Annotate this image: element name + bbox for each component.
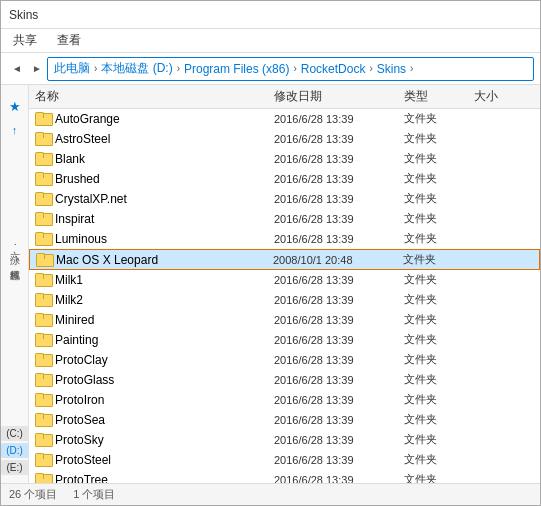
- table-row[interactable]: Painting2016/6/28 13:39文件夹: [29, 330, 540, 350]
- file-date: 2016/6/28 13:39: [274, 294, 404, 306]
- file-name-cell: AutoGrange: [35, 112, 274, 126]
- file-date: 2016/6/28 13:39: [274, 374, 404, 386]
- table-row[interactable]: Milk12016/6/28 13:39文件夹: [29, 270, 540, 290]
- file-name-cell: ProtoIron: [35, 393, 274, 407]
- file-name: ProtoSea: [55, 413, 105, 427]
- table-row[interactable]: AstroSteel2016/6/28 13:39文件夹: [29, 129, 540, 149]
- file-name: AstroSteel: [55, 132, 110, 146]
- table-row[interactable]: ProtoTree2016/6/28 13:39文件夹: [29, 470, 540, 483]
- folder-icon: [35, 293, 51, 307]
- file-type: 文件夹: [404, 432, 474, 447]
- drive-d[interactable]: (D:): [1, 443, 29, 458]
- status-item-count: 26 个项目: [9, 487, 57, 502]
- file-name: ProtoClay: [55, 353, 108, 367]
- menu-view[interactable]: 查看: [53, 30, 85, 51]
- drive-e[interactable]: (E:): [1, 460, 29, 475]
- menu-share[interactable]: 共享: [9, 30, 41, 51]
- file-name-cell: ProtoClay: [35, 353, 274, 367]
- file-list[interactable]: 名称 修改日期 类型 大小 AutoGrange2016/6/28 13:39文…: [29, 85, 540, 483]
- folder-icon: [36, 253, 52, 267]
- folder-icon: [35, 473, 51, 484]
- drive-c[interactable]: (C:): [1, 426, 29, 441]
- left-panel: ★ ↑ 六·泳 绒料库 (C:) (D:) (E:): [1, 85, 29, 483]
- file-name-cell: CrystalXP.net: [35, 192, 274, 206]
- nav-back-button[interactable]: ◄: [7, 59, 27, 79]
- file-type: 文件夹: [404, 111, 474, 126]
- breadcrumb-d[interactable]: 本地磁盘 (D:): [101, 60, 172, 77]
- side-icons: ★ ↑: [6, 89, 24, 139]
- table-row[interactable]: ProtoSea2016/6/28 13:39文件夹: [29, 410, 540, 430]
- file-name-cell: ProtoTree: [35, 473, 274, 484]
- table-row[interactable]: ProtoSteel2016/6/28 13:39文件夹: [29, 450, 540, 470]
- file-name: Inspirat: [55, 212, 94, 226]
- col-name[interactable]: 名称: [35, 88, 274, 105]
- table-row[interactable]: ProtoClay2016/6/28 13:39文件夹: [29, 350, 540, 370]
- folder-icon: [35, 192, 51, 206]
- column-headers: 名称 修改日期 类型 大小: [29, 85, 540, 109]
- file-type: 文件夹: [404, 452, 474, 467]
- folder-icon: [35, 212, 51, 226]
- file-type: 文件夹: [403, 252, 473, 267]
- file-name-cell: Blank: [35, 152, 274, 166]
- file-name: Brushed: [55, 172, 100, 186]
- file-name: ProtoGlass: [55, 373, 114, 387]
- file-date: 2016/6/28 13:39: [274, 274, 404, 286]
- col-size[interactable]: 大小: [474, 88, 534, 105]
- table-row[interactable]: Minired2016/6/28 13:39文件夹: [29, 310, 540, 330]
- sidebar-drives: (C:) (D:) (E:): [1, 366, 29, 479]
- star-icon[interactable]: ★: [6, 97, 24, 115]
- file-type: 文件夹: [404, 292, 474, 307]
- table-row[interactable]: Inspirat2016/6/28 13:39文件夹: [29, 209, 540, 229]
- col-date[interactable]: 修改日期: [274, 88, 404, 105]
- file-date: 2016/6/28 13:39: [274, 414, 404, 426]
- file-type: 文件夹: [404, 392, 474, 407]
- file-name: ProtoSteel: [55, 453, 111, 467]
- table-row[interactable]: Blank2016/6/28 13:39文件夹: [29, 149, 540, 169]
- table-row[interactable]: AutoGrange2016/6/28 13:39文件夹: [29, 109, 540, 129]
- file-name: Painting: [55, 333, 98, 347]
- file-date: 2016/6/28 13:39: [274, 314, 404, 326]
- folder-icon: [35, 172, 51, 186]
- file-date: 2016/6/28 13:39: [274, 394, 404, 406]
- folder-icon: [35, 413, 51, 427]
- file-name: Milk1: [55, 273, 83, 287]
- table-row[interactable]: ProtoSky2016/6/28 13:39文件夹: [29, 430, 540, 450]
- table-row[interactable]: Mac OS X Leopard2008/10/1 20:48文件夹: [29, 249, 540, 270]
- table-row[interactable]: ProtoGlass2016/6/28 13:39文件夹: [29, 370, 540, 390]
- file-date: 2016/6/28 13:39: [274, 454, 404, 466]
- file-type: 文件夹: [404, 231, 474, 246]
- file-name-cell: ProtoGlass: [35, 373, 274, 387]
- col-type[interactable]: 类型: [404, 88, 474, 105]
- file-date: 2008/10/1 20:48: [273, 254, 403, 266]
- table-row[interactable]: ProtoIron2016/6/28 13:39文件夹: [29, 390, 540, 410]
- title-bar: Skins: [1, 1, 540, 29]
- arrow-icon[interactable]: ↑: [6, 121, 24, 139]
- file-name-cell: ProtoSea: [35, 413, 274, 427]
- table-row[interactable]: Milk22016/6/28 13:39文件夹: [29, 290, 540, 310]
- file-name-cell: AstroSteel: [35, 132, 274, 146]
- folder-icon: [35, 152, 51, 166]
- breadcrumb-pc[interactable]: 此电脑: [54, 60, 90, 77]
- folder-icon: [35, 453, 51, 467]
- sidebar-label-1: 六·泳: [8, 243, 22, 246]
- file-name: Mac OS X Leopard: [56, 253, 158, 267]
- address-bar: ◄ ► 此电脑 › 本地磁盘 (D:) › Program Files (x86…: [1, 53, 540, 85]
- table-row[interactable]: Luminous2016/6/28 13:39文件夹: [29, 229, 540, 249]
- file-date: 2016/6/28 13:39: [274, 233, 404, 245]
- menu-bar: 共享 查看: [1, 29, 540, 53]
- folder-icon: [35, 313, 51, 327]
- main-content: ★ ↑ 六·泳 绒料库 (C:) (D:) (E:) 名称 修改日期 类型 大小…: [1, 85, 540, 483]
- table-row[interactable]: CrystalXP.net2016/6/28 13:39文件夹: [29, 189, 540, 209]
- breadcrumb[interactable]: 此电脑 › 本地磁盘 (D:) › Program Files (x86) › …: [47, 57, 534, 81]
- file-name-cell: Inspirat: [35, 212, 274, 226]
- breadcrumb-skins[interactable]: Skins: [377, 62, 406, 76]
- file-name-cell: Painting: [35, 333, 274, 347]
- table-row[interactable]: Brushed2016/6/28 13:39文件夹: [29, 169, 540, 189]
- nav-forward-button[interactable]: ►: [27, 59, 47, 79]
- file-date: 2016/6/28 13:39: [274, 173, 404, 185]
- file-date: 2016/6/28 13:39: [274, 354, 404, 366]
- file-date: 2016/6/28 13:39: [274, 113, 404, 125]
- file-type: 文件夹: [404, 131, 474, 146]
- breadcrumb-programfiles[interactable]: Program Files (x86): [184, 62, 289, 76]
- breadcrumb-rocketdock[interactable]: RocketDock: [301, 62, 366, 76]
